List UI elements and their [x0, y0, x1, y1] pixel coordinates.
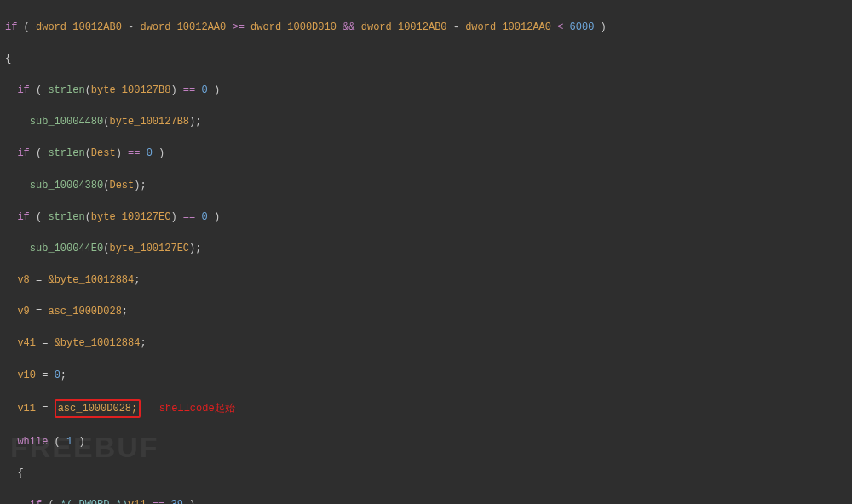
code-line: {: [5, 51, 847, 67]
code-line: v10 = 0;: [5, 368, 847, 384]
code-line: v11 = asc_1000D028; shellcode起始: [5, 399, 847, 419]
code-viewport: if ( dword_10012AB0 - dword_10012AA0 >= …: [0, 0, 852, 504]
code-line: if ( dword_10012AB0 - dword_10012AA0 >= …: [5, 20, 847, 36]
code-line: if ( *(_DWORD *)v11 == 39 ): [5, 497, 847, 504]
code-line: {: [5, 466, 847, 482]
code-line: sub_100044E0(byte_100127EC);: [5, 241, 847, 257]
code-line: v41 = &byte_10012884;: [5, 335, 847, 352]
code-line: sub_10004480(byte_100127B8);: [5, 114, 847, 130]
code-line: if ( strlen(byte_100127EC) == 0 ): [5, 209, 847, 226]
highlight-box-start: asc_1000D028;: [55, 399, 141, 419]
code-line: v9 = asc_1000D028;: [5, 304, 847, 320]
code-line: v8 = &byte_10012884;: [5, 272, 847, 289]
code-line: while ( 1 ): [5, 434, 847, 450]
annotation-shellcode-start: shellcode起始: [159, 403, 235, 415]
code-line: if ( strlen(byte_100127B8) == 0 ): [5, 83, 847, 99]
code-line: sub_10004380(Dest);: [5, 178, 847, 194]
code-line: if ( strlen(Dest) == 0 ): [5, 146, 847, 162]
